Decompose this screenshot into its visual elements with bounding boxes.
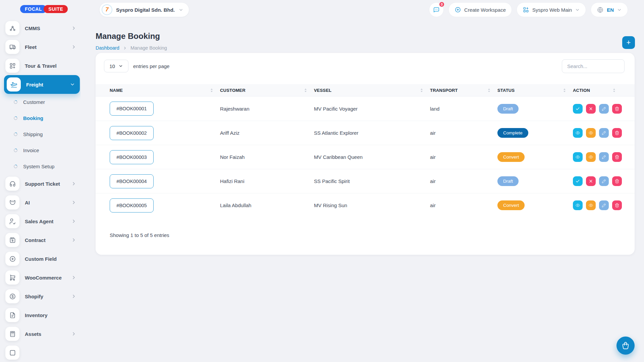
edit-button[interactable]: [599, 152, 609, 162]
sidebar-item-tour-travel[interactable]: Tour & Travel: [0, 56, 80, 75]
column-header-transport[interactable]: TRANSPORT: [430, 88, 497, 93]
search-input[interactable]: [562, 59, 625, 73]
delete-button[interactable]: [612, 200, 622, 210]
cmms-icon: [5, 21, 19, 35]
column-header-action[interactable]: ACTION: [573, 88, 623, 93]
transport-cell: land: [430, 106, 497, 112]
view-button[interactable]: [573, 128, 583, 138]
sidebar-item-label: Freight: [26, 82, 64, 87]
sidebar-item-assets[interactable]: Assets: [0, 324, 80, 343]
sidebar-item-custom-field[interactable]: Custom Field: [0, 249, 80, 268]
transport-cell: air: [430, 202, 497, 208]
row-actions: [573, 128, 623, 138]
company-selector[interactable]: 7 Syspro Digital Sdn. Bhd.: [99, 2, 189, 17]
booking-id-button[interactable]: #BOOK00002: [110, 126, 154, 140]
sidebar-item-support-ticket[interactable]: Support Ticket: [0, 174, 80, 193]
vessel-cell: MV Pacific Voyager: [314, 106, 430, 112]
entries-per-page-select[interactable]: 10: [104, 60, 128, 72]
delete-button[interactable]: [612, 128, 622, 138]
chevron-right-icon: [71, 237, 76, 243]
column-header-customer[interactable]: CUSTOMER: [220, 88, 314, 93]
chat-badge: 0: [439, 1, 445, 7]
sidebar-item-freight[interactable]: Freight: [4, 75, 80, 94]
floating-cart-button[interactable]: [616, 337, 635, 355]
view-alt-button[interactable]: [586, 200, 596, 210]
vessel-cell: SS Pacific Spirit: [314, 178, 430, 184]
sidebar-item-booking[interactable]: Booking: [0, 110, 80, 126]
delete-button[interactable]: [612, 176, 622, 186]
sidebar-item-label: Custom Field: [25, 256, 76, 262]
delete-button[interactable]: [612, 104, 622, 114]
breadcrumb-dashboard-link[interactable]: Dashboard: [96, 45, 119, 51]
column-header-status[interactable]: STATUS: [497, 88, 573, 93]
sidebar-item-fleet[interactable]: Fleet: [0, 38, 80, 56]
hidden-icon: [5, 346, 19, 360]
edit-button[interactable]: [599, 176, 609, 186]
check-button[interactable]: [573, 176, 583, 186]
booking-id-button[interactable]: #BOOK00004: [110, 174, 154, 188]
sort-icon: [564, 88, 566, 92]
chat-button[interactable]: 0: [429, 2, 444, 17]
status-badge: Draft: [497, 104, 519, 114]
customer-cell: Nor Faizah: [220, 154, 314, 160]
sidebar-item-woocommerce[interactable]: WooCommerce: [0, 268, 80, 287]
close-button[interactable]: [586, 104, 596, 114]
vessel-cell: MV Caribbean Queen: [314, 154, 430, 160]
sales-agent-icon: [5, 214, 19, 228]
column-label: NAME: [110, 88, 123, 93]
sidebar-item-shopify[interactable]: Shopify: [0, 287, 80, 306]
chevron-down-icon: [575, 7, 580, 12]
sidebar-item-label: System Setup: [23, 164, 80, 169]
sidebar-item-customer[interactable]: Customer: [0, 94, 80, 110]
breadcrumb-current: Manage Booking: [130, 45, 167, 51]
edit-button[interactable]: [599, 200, 609, 210]
view-alt-button[interactable]: [586, 128, 596, 138]
workspace-selector[interactable]: Syspro Web Main: [517, 2, 586, 17]
workspace-label: Syspro Web Main: [532, 7, 572, 13]
vessel-cell: SS Atlantic Explorer: [314, 130, 430, 136]
close-button[interactable]: [586, 176, 596, 186]
sidebar-item-system-setup[interactable]: System Setup: [0, 158, 80, 174]
entries-per-page-label: entries per page: [133, 63, 169, 69]
loader-icon: [13, 147, 18, 153]
sidebar-item-ai[interactable]: AI: [0, 193, 80, 212]
chevron-right-icon: [71, 44, 76, 50]
table-body: #BOOK00001RajeshwaranMV Pacific Voyagerl…: [96, 97, 635, 217]
logo-suite: SUITE: [44, 5, 68, 13]
table-row: #BOOK00004Hafizi RaniSS Pacific Spiritai…: [96, 169, 635, 193]
booking-id-button[interactable]: #BOOK00001: [110, 102, 154, 116]
chevron-right-icon: [71, 200, 76, 205]
sidebar-item-sales-agent[interactable]: Sales Agent: [0, 212, 80, 231]
column-label: CUSTOMER: [220, 88, 246, 93]
create-workspace-button[interactable]: Create Workspace: [448, 2, 512, 17]
support-ticket-icon: [5, 177, 19, 191]
sidebar-item-shipping[interactable]: Shipping: [0, 126, 80, 142]
sidebar: CMMSFleetTour & TravelFreightCustomerBoo…: [0, 19, 80, 362]
booking-id-button[interactable]: #BOOK00005: [110, 198, 154, 213]
delete-button[interactable]: [612, 152, 622, 162]
column-label: STATUS: [497, 88, 515, 93]
table-row: #BOOK00005Laila AbdullahMV Rising Sunair…: [96, 193, 635, 217]
sidebar-item-contract[interactable]: Contract: [0, 231, 80, 249]
booking-id-button[interactable]: #BOOK00003: [110, 150, 154, 164]
language-selector[interactable]: EN: [591, 2, 628, 17]
edit-button[interactable]: [599, 104, 609, 114]
column-header-vessel[interactable]: VESSEL: [314, 88, 430, 93]
topbar-actions: 0 Create Workspace Syspro Web Main EN: [429, 2, 628, 17]
edit-button[interactable]: [599, 128, 609, 138]
create-workspace-label: Create Workspace: [464, 7, 506, 13]
sidebar-item-item[interactable]: [0, 343, 80, 362]
column-header-name[interactable]: NAME: [110, 88, 220, 93]
check-button[interactable]: [573, 104, 583, 114]
freight-icon: [7, 77, 21, 92]
column-label: TRANSPORT: [430, 88, 458, 93]
loader-icon: [13, 99, 18, 105]
sidebar-item-cmms[interactable]: CMMS: [0, 19, 80, 38]
view-button[interactable]: [573, 200, 583, 210]
transport-cell: air: [430, 178, 497, 184]
sidebar-item-invoice[interactable]: Invoice: [0, 142, 80, 158]
chevron-right-icon: [71, 219, 76, 224]
sidebar-item-inventory[interactable]: Inventory: [0, 306, 80, 324]
view-alt-button[interactable]: [586, 152, 596, 162]
view-button[interactable]: [573, 152, 583, 162]
